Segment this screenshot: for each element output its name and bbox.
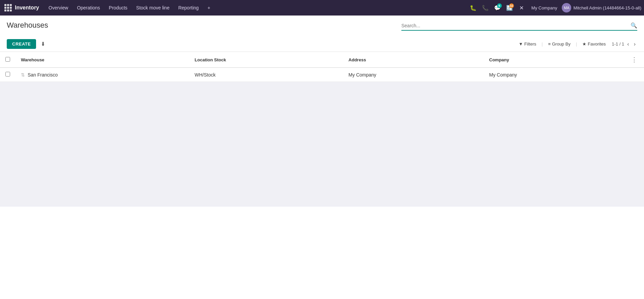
favorites-button[interactable]: ★ Favorites xyxy=(579,40,609,48)
phone-icon[interactable]: 📞 xyxy=(480,3,490,13)
download-button[interactable]: ⬇ xyxy=(39,39,47,49)
search-input[interactable] xyxy=(401,23,631,28)
col-header-location-stock: Location Stock xyxy=(189,52,343,68)
debug-icon[interactable]: 🐛 xyxy=(468,3,478,13)
filters-button[interactable]: ▼ Filters xyxy=(515,40,540,48)
prev-page-button[interactable]: ‹ xyxy=(625,40,631,48)
cell-company: My Company xyxy=(484,68,624,82)
cell-more xyxy=(624,68,644,82)
nav-actions: 🐛 📞 💬 6 🔄 32 ✕ My Company MA Mitchell Ad… xyxy=(468,3,641,13)
top-navigation: Inventory Overview Operations Products S… xyxy=(0,0,644,16)
toolbar: CREATE ⬇ ▼ Filters | ≡ Group By | ★ Favo… xyxy=(0,36,644,52)
empty-area xyxy=(0,82,644,207)
nav-stock-move-line[interactable]: Stock move line xyxy=(132,3,174,12)
nav-overview[interactable]: Overview xyxy=(44,3,72,12)
col-header-company: Company xyxy=(484,52,624,68)
user-avatar: MA xyxy=(562,3,571,12)
messages-icon[interactable]: 💬 6 xyxy=(492,3,502,13)
page-header: Warehouses 🔍 xyxy=(0,16,644,34)
filter-divider-1: | xyxy=(542,42,543,47)
top-menu: Overview Operations Products Stock move … xyxy=(44,3,468,12)
search-bar: 🔍 xyxy=(401,22,637,31)
download-icon: ⬇ xyxy=(41,41,45,47)
group-by-button[interactable]: ≡ Group By xyxy=(545,40,574,48)
main-content: Warehouses 🔍 CREATE ⬇ ▼ Filters | ≡ Grou… xyxy=(0,16,644,299)
updates-badge: 32 xyxy=(509,3,514,8)
group-by-icon: ≡ xyxy=(548,41,551,47)
star-icon: ★ xyxy=(582,41,586,47)
updates-icon[interactable]: 🔄 32 xyxy=(504,3,515,13)
page-title: Warehouses xyxy=(7,21,48,30)
create-button[interactable]: CREATE xyxy=(7,39,36,49)
user-menu[interactable]: MA Mitchell Admin (14484664-15-0-all) xyxy=(562,3,641,12)
settings-icon[interactable]: ✕ xyxy=(517,3,527,13)
search-button[interactable]: 🔍 xyxy=(631,22,637,29)
app-brand[interactable]: Inventory xyxy=(15,5,39,11)
table-row: ⇅ San Francisco WH/Stock My Company My C… xyxy=(0,68,644,82)
company-name: My Company xyxy=(531,5,557,10)
filter-funnel-icon: ▼ xyxy=(519,41,523,47)
pagination: 1-1 / 1 ‹ › xyxy=(612,40,637,48)
next-page-button[interactable]: › xyxy=(632,40,637,48)
filter-bar: ▼ Filters | ≡ Group By | ★ Favorites xyxy=(515,40,609,48)
nav-add[interactable]: + xyxy=(204,3,214,12)
favorites-label: Favorites xyxy=(588,41,606,47)
col-header-address: Address xyxy=(343,52,484,68)
row-checkbox[interactable] xyxy=(5,72,10,77)
select-all-header[interactable] xyxy=(0,52,16,68)
warehouse-name[interactable]: San Francisco xyxy=(28,72,58,78)
user-name: Mitchell Admin (14484664-15-0-all) xyxy=(573,5,641,10)
pagination-text: 1-1 / 1 xyxy=(612,41,624,47)
cell-address: My Company xyxy=(343,68,484,82)
drag-handle-icon[interactable]: ⇅ xyxy=(21,72,25,78)
col-header-more[interactable]: ⋮ xyxy=(624,52,644,68)
apps-menu-button[interactable] xyxy=(3,2,13,13)
cell-warehouse: ⇅ San Francisco xyxy=(16,68,189,82)
nav-operations[interactable]: Operations xyxy=(73,3,104,12)
row-checkbox-cell[interactable] xyxy=(0,68,16,82)
select-all-checkbox[interactable] xyxy=(5,57,10,62)
cell-location-stock: WH/Stock xyxy=(189,68,343,82)
nav-products[interactable]: Products xyxy=(105,3,131,12)
filters-label: Filters xyxy=(524,41,536,47)
filter-divider-2: | xyxy=(576,42,577,47)
nav-reporting[interactable]: Reporting xyxy=(174,3,203,12)
group-by-label: Group By xyxy=(552,41,571,47)
table-header-row: Warehouse Location Stock Address Company… xyxy=(0,52,644,68)
warehouses-table: Warehouse Location Stock Address Company… xyxy=(0,52,644,82)
messages-badge: 6 xyxy=(497,3,502,8)
column-options-button[interactable]: ⋮ xyxy=(630,55,639,64)
col-header-warehouse: Warehouse xyxy=(16,52,189,68)
